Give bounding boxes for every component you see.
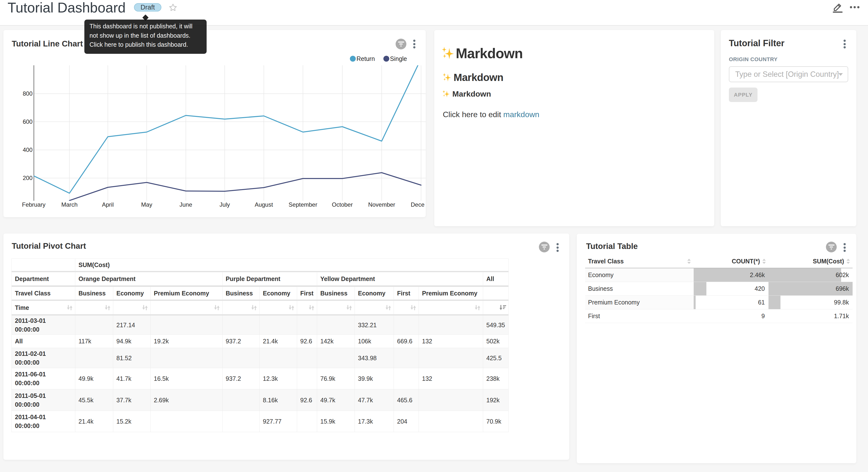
svg-text:Return: Return bbox=[356, 55, 375, 62]
svg-text:Single: Single bbox=[390, 55, 407, 62]
svg-text:October: October bbox=[332, 201, 352, 208]
svg-text:600: 600 bbox=[23, 118, 33, 125]
svg-text:November: November bbox=[368, 201, 395, 208]
svg-text:200: 200 bbox=[23, 175, 33, 181]
svg-text:800: 800 bbox=[23, 90, 33, 97]
svg-text:400: 400 bbox=[23, 147, 33, 153]
svg-text:September: September bbox=[288, 201, 317, 208]
svg-text:June: June bbox=[180, 201, 192, 208]
svg-text:March: March bbox=[61, 201, 78, 208]
svg-text:Dece: Dece bbox=[411, 201, 425, 208]
svg-text:May: May bbox=[141, 201, 152, 208]
svg-text:April: April bbox=[102, 201, 114, 208]
svg-text:August: August bbox=[255, 201, 273, 208]
svg-text:July: July bbox=[220, 201, 230, 208]
svg-text:February: February bbox=[22, 201, 45, 208]
